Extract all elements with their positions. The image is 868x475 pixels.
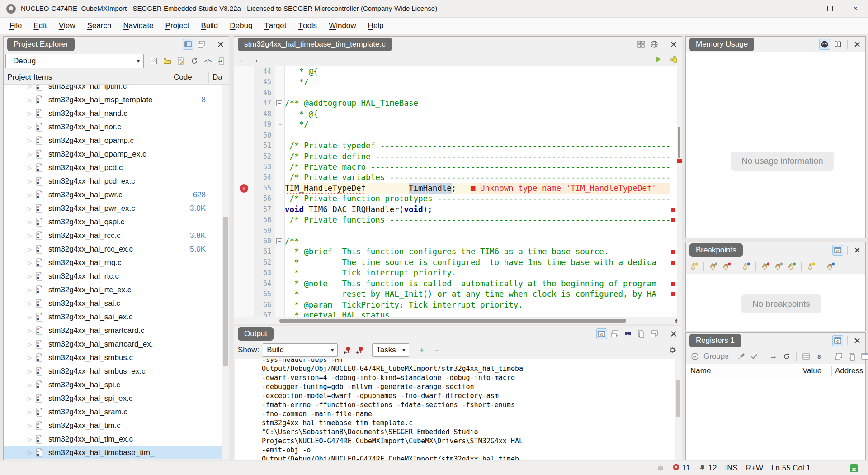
expand-arrow-icon[interactable]: ▷ <box>28 219 32 225</box>
fold-margin[interactable] <box>275 183 285 194</box>
float-panel-icon[interactable] <box>196 39 207 50</box>
zoom-out-icon[interactable]: − <box>432 345 443 356</box>
back-icon[interactable]: ← <box>237 53 249 65</box>
fold-margin[interactable] <box>275 119 285 130</box>
expand-arrow-icon[interactable]: ▷ <box>28 124 32 130</box>
breakpoint-margin[interactable] <box>234 109 254 119</box>
menu-edit[interactable]: Edit <box>28 18 52 34</box>
float-output-icon[interactable] <box>609 328 620 339</box>
fold-margin[interactable] <box>275 162 285 172</box>
tree-item-stm32g4xx-hal-smbus-ex-c[interactable]: ▷cstm32g4xx_hal_smbus_ex.c <box>4 365 222 378</box>
tree-item-stm32g4xx-hal-pcd-ex-c[interactable]: ▷cstm32g4xx_hal_pcd_ex.c <box>4 175 222 188</box>
error-mark-line-62[interactable] <box>671 261 675 265</box>
fold-margin[interactable] <box>275 310 285 317</box>
breakpoint-margin[interactable] <box>234 289 254 299</box>
code-line-65[interactable]: 65 * reset by HAL_Init() or at any time … <box>234 289 682 299</box>
menu-view[interactable]: View <box>53 18 81 34</box>
expand-arrow-icon[interactable]: ▷ <box>28 423 32 429</box>
breakpoint-margin[interactable]: ✕ <box>234 183 254 194</box>
pin-output-icon[interactable] <box>596 328 607 339</box>
connection-status-icon[interactable] <box>657 465 664 472</box>
code-line-45[interactable]: 45 */ <box>234 77 682 87</box>
expand-arrow-icon[interactable]: ▷ <box>28 436 32 442</box>
clear-all-breakpoints-icon[interactable] <box>760 261 771 272</box>
expand-arrow-icon[interactable]: ▷ <box>28 233 32 239</box>
expand-arrow-icon[interactable]: ▷ <box>28 97 32 103</box>
tree-item-stm32g4xx-hal-qspi-c[interactable]: ▷cstm32g4xx_hal_qspi.c <box>4 215 222 229</box>
tree-item-stm32g4xx-hal-msp-template[interactable]: ▷cstm32g4xx_hal_msp_template8 <box>4 93 222 107</box>
breakpoint-margin[interactable] <box>234 162 254 172</box>
editor-vertical-scrollbar[interactable] <box>677 66 682 317</box>
breakpoint-margin[interactable] <box>234 300 254 310</box>
breakpoint-margin[interactable] <box>234 141 254 151</box>
project-explorer-tab[interactable]: Project Explorer <box>7 38 75 51</box>
fold-margin[interactable] <box>275 204 285 215</box>
code-line-59[interactable]: 59 <box>234 226 682 236</box>
code-line-53[interactable]: 53 /* Private macro --------------------… <box>234 162 682 172</box>
fold-margin[interactable] <box>275 300 285 310</box>
breakpoint-margin[interactable] <box>234 77 254 87</box>
close-icon[interactable] <box>215 39 226 50</box>
editor-tab[interactable]: stm32g4xx_hal_timebase_tim_template.c <box>238 38 392 51</box>
delete-breakpoint-icon[interactable] <box>721 261 732 272</box>
new-window-icon[interactable] <box>649 328 660 339</box>
new-file-icon[interactable] <box>148 56 159 66</box>
code-line-55[interactable]: ✕55TIM_HandleTypeDef TimHandle; ■ Unknow… <box>234 183 682 194</box>
breakpoint-margin[interactable] <box>234 310 254 317</box>
expand-arrow-icon[interactable]: ▷ <box>28 273 32 280</box>
tree-item-stm32g4xx-hal-smartcard-c[interactable]: ▷cstm32g4xx_hal_smartcard.c <box>4 324 222 337</box>
output-scrollbar[interactable] <box>675 359 681 460</box>
breakpoint-margin[interactable] <box>234 152 254 162</box>
tree-item-stm32g4xx-hal-opamp-ex-c[interactable]: ▷cstm32g4xx_hal_opamp_ex.c <box>4 147 222 161</box>
breakpoint-margin[interactable] <box>234 257 254 268</box>
code-line-48[interactable]: 48 * @{ <box>234 109 682 119</box>
settings-gear-icon[interactable] <box>667 345 678 356</box>
open-folder-icon[interactable] <box>162 56 173 66</box>
code-line-60[interactable]: 60–/** <box>234 236 682 247</box>
breakpoint-margin[interactable] <box>234 247 254 257</box>
expand-arrow-icon[interactable]: ▷ <box>28 246 32 252</box>
tree-item-stm32g4xx-hal-lptim-c[interactable]: ▷cstm32g4xx_hal_lptim.c <box>4 85 222 93</box>
menu-project[interactable]: Project <box>160 18 195 34</box>
tree-item-stm32g4xx-hal-spi-ex-c[interactable]: ▷cstm32g4xx_hal_spi_ex.c <box>4 392 222 405</box>
close-icon[interactable] <box>852 39 863 50</box>
output-tab[interactable]: Output <box>238 327 274 341</box>
maximize-icon[interactable] <box>817 0 843 17</box>
save-breakpoints-icon[interactable] <box>806 261 816 272</box>
expand-arrow-icon[interactable]: ▷ <box>28 382 32 388</box>
refresh-icon[interactable] <box>781 351 792 362</box>
groups-icon[interactable] <box>689 351 700 362</box>
menu-build[interactable]: Build <box>195 18 224 34</box>
pin-panel-icon[interactable] <box>832 245 843 256</box>
fold-margin[interactable] <box>275 194 285 204</box>
expand-arrow-icon[interactable]: ▷ <box>28 192 32 198</box>
code-line-61[interactable]: 61 * @brief This function configures the… <box>234 247 682 257</box>
confirm-icon[interactable] <box>749 351 760 362</box>
breakpoints-tab[interactable]: Breakpoints <box>689 243 743 257</box>
breakpoint-margin[interactable] <box>234 268 254 278</box>
expand-arrow-icon[interactable]: ▷ <box>28 260 32 266</box>
refresh-icon[interactable] <box>189 56 200 66</box>
code-blocks-icon[interactable] <box>668 54 679 65</box>
copy-icon[interactable] <box>846 351 857 362</box>
find-in-output-icon[interactable] <box>623 328 633 339</box>
fold-margin[interactable] <box>275 88 285 98</box>
tree-item-stm32g4xx-hal-pwr-c[interactable]: ▷cstm32g4xx_hal_pwr.c628 <box>4 188 222 202</box>
tree-item-stm32g4xx-hal-nor-c[interactable]: ▷cstm32g4xx_hal_nor.c <box>4 120 222 134</box>
disable-breakpoint-icon[interactable] <box>708 261 719 272</box>
expand-arrow-icon[interactable]: ▷ <box>28 287 32 293</box>
new-breakpoint-icon[interactable] <box>689 261 699 272</box>
expand-arrow-icon[interactable]: ▷ <box>28 395 32 402</box>
tree-item-stm32g4xx-hal-rtc-ex-c[interactable]: ▷cstm32g4xx_hal_rtc_ex.c <box>4 283 222 297</box>
breakpoint-margin[interactable] <box>234 215 254 225</box>
code-line-58[interactable]: 58 /* Private functions ----------------… <box>234 215 682 225</box>
error-mark-line-61[interactable] <box>671 250 675 254</box>
fold-margin[interactable]: – <box>275 236 285 247</box>
source-code-icon[interactable]: </> <box>203 56 213 66</box>
project-tree-scrollbar[interactable] <box>222 85 229 459</box>
file-access-indicator[interactable]: R+W <box>746 464 763 473</box>
fold-margin[interactable] <box>275 130 285 141</box>
registers-tab[interactable]: Registers 1 <box>689 334 741 347</box>
expand-arrow-icon[interactable]: ▷ <box>28 85 32 90</box>
display-rows-icon[interactable] <box>801 351 811 362</box>
